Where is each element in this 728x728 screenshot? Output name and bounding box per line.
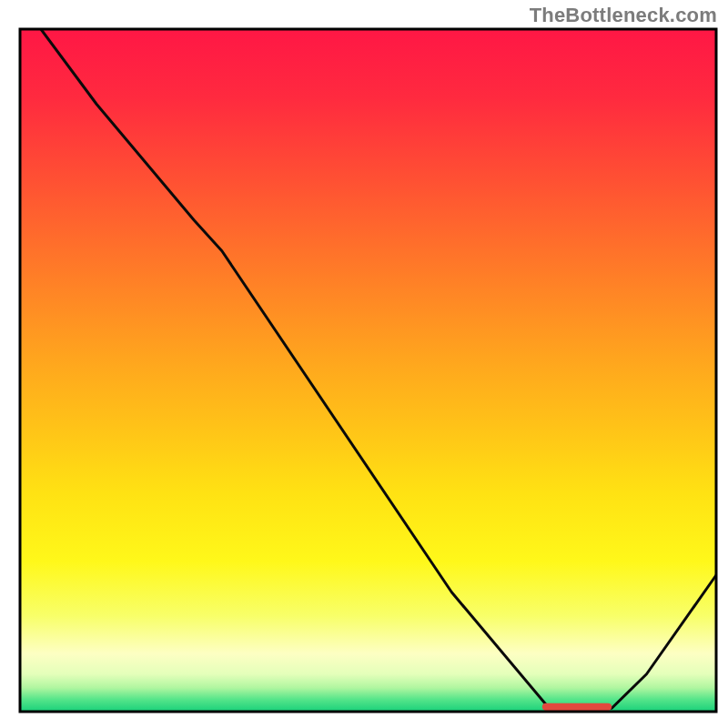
watermark-text: TheBottleneck.com bbox=[530, 4, 717, 27]
gradient-background bbox=[20, 29, 716, 712]
chart-svg bbox=[0, 0, 728, 728]
chart-stage: TheBottleneck.com bbox=[0, 0, 728, 728]
optimal-range-marker bbox=[542, 703, 612, 711]
